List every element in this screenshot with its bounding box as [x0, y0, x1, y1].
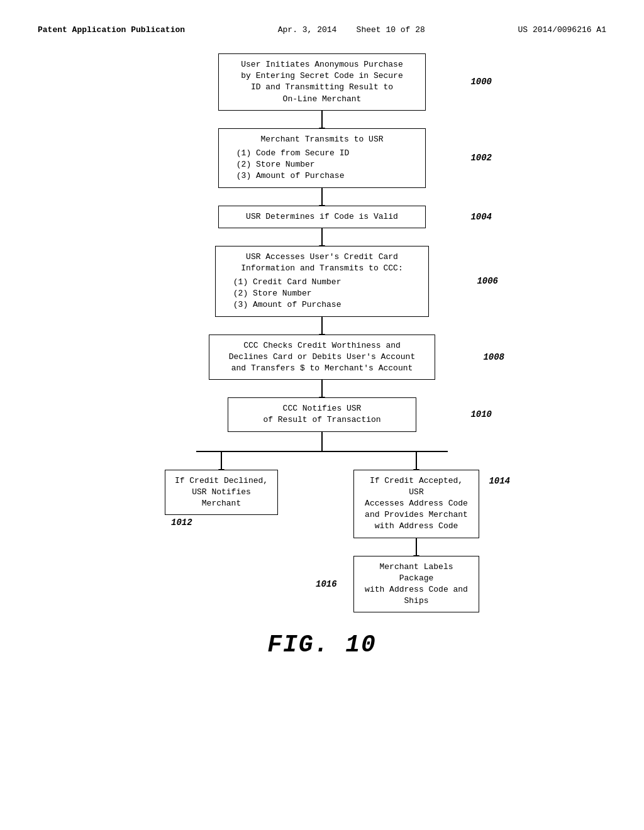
- arrow-3: [321, 228, 323, 246]
- header-date-sheet: Apr. 3, 2014 Sheet 10 of 28: [278, 25, 425, 35]
- node-1004: USR Determines if Code is Valid: [218, 206, 426, 228]
- node-1010: CCC Notifies USRof Result of Transaction: [228, 397, 416, 431]
- ref-1010: 1010: [470, 409, 492, 419]
- node-1006-items: (1) Credit Card Number (2) Store Number …: [228, 277, 416, 311]
- split-container: If Credit Declined,USR Notifies Merchant…: [165, 451, 479, 613]
- header-date: Apr. 3, 2014: [278, 25, 337, 35]
- arrow-2: [321, 188, 323, 206]
- node-1016-text: Merchant Labels Packagewith Address Code…: [365, 562, 468, 606]
- node-1002-items: (1) Code from Secure ID (2) Store Number…: [231, 148, 413, 182]
- arrow-4: [321, 317, 323, 335]
- ref-1000: 1000: [470, 77, 492, 87]
- left-branch: If Credit Declined,USR Notifies Merchant…: [165, 451, 278, 528]
- horizontal-connector: [196, 451, 448, 452]
- node-1014: If Credit Accepted, USRAccesses Address …: [353, 470, 479, 538]
- node-1008-text: CCC Checks Credit Worthiness andDeclines…: [229, 341, 415, 373]
- node-1016: Merchant Labels Packagewith Address Code…: [353, 556, 479, 613]
- node-1000: User Initiates Anonymous Purchaseby Ente…: [218, 53, 426, 111]
- flow-diagram: User Initiates Anonymous Purchaseby Ente…: [38, 53, 606, 612]
- node-1004-text: USR Determines if Code is Valid: [246, 212, 398, 221]
- node-1000-text: User Initiates Anonymous Purchaseby Ente…: [241, 60, 402, 104]
- node-1006: USR Accesses User's Credit CardInformati…: [215, 246, 429, 317]
- ref-1004: 1004: [470, 212, 492, 222]
- left-arrow-down: [221, 451, 222, 470]
- node-1006-title: USR Accesses User's Credit CardInformati…: [228, 252, 416, 274]
- node-1014-text: If Credit Accepted, USRAccesses Address …: [365, 476, 468, 531]
- node-1012-text: If Credit Declined,USR Notifies Merchant: [175, 476, 268, 508]
- right-branch: If Credit Accepted, USRAccesses Address …: [353, 451, 479, 613]
- node-1002-title: Merchant Transmits to USR: [231, 134, 413, 145]
- right-arrow-down: [416, 451, 417, 470]
- header-sheet: Sheet 10 of 28: [357, 25, 425, 35]
- ref-1002: 1002: [470, 153, 492, 163]
- ref-1016: 1016: [316, 579, 337, 589]
- page-header: Patent Application Publication Apr. 3, 2…: [38, 25, 606, 35]
- ref-1006: 1006: [477, 276, 498, 286]
- header-patent-number: US 2014/0096216 A1: [518, 25, 606, 35]
- node-1010-text: CCC Notifies USRof Result of Transaction: [263, 404, 380, 424]
- node-1002: Merchant Transmits to USR (1) Code from …: [218, 128, 426, 188]
- figure-label: FIG. 10: [38, 631, 606, 658]
- ref-1012: 1012: [171, 517, 192, 528]
- ref-1014: 1014: [489, 475, 510, 488]
- page: Patent Application Publication Apr. 3, 2…: [0, 0, 644, 830]
- node-1008: CCC Checks Credit Worthiness andDeclines…: [209, 335, 435, 380]
- arrow-5: [321, 380, 323, 397]
- node-1012: If Credit Declined,USR Notifies Merchant: [165, 470, 278, 516]
- arrow-1: [321, 111, 323, 128]
- ref-1008: 1008: [483, 352, 504, 362]
- header-publication-label: Patent Application Publication: [38, 25, 185, 35]
- arrow-to-1016: [416, 538, 417, 556]
- node-1016-wrapper: 1016 Merchant Labels Packagewith Address…: [353, 556, 479, 613]
- arrow-6-stem: [321, 432, 323, 451]
